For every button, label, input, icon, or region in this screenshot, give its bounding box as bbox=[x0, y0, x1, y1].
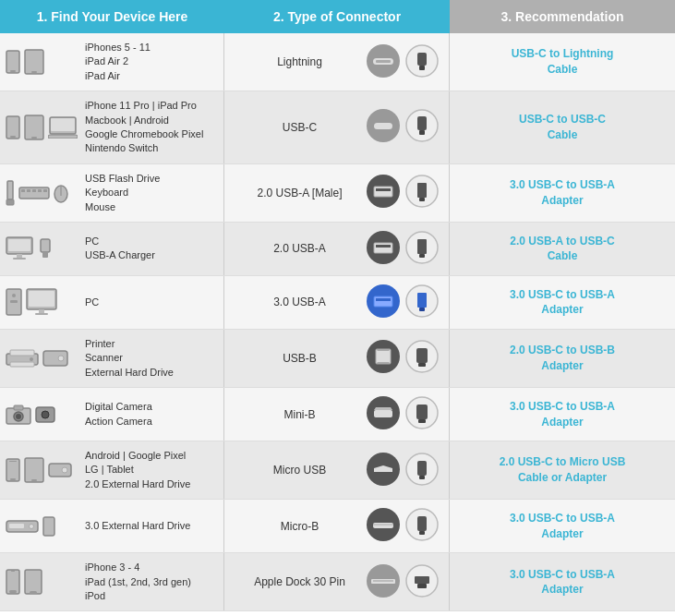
connector-column: Mini-B bbox=[224, 388, 450, 441]
recommendation-link[interactable]: 2.0 USB-A to USB-CCable bbox=[510, 234, 615, 265]
connector-label: Micro-B bbox=[234, 520, 366, 533]
svg-rect-1 bbox=[10, 70, 16, 72]
connector-images bbox=[366, 174, 440, 211]
device-icons bbox=[6, 288, 79, 316]
camera-icon bbox=[6, 405, 31, 425]
connector-plug-icon bbox=[404, 43, 440, 81]
tower-icon bbox=[6, 288, 22, 316]
connector-port-icon bbox=[366, 563, 401, 601]
recommendation-column: 3.0 USB-C to USB-AAdapter bbox=[450, 388, 675, 441]
connector-images bbox=[366, 563, 440, 601]
svg-rect-99 bbox=[419, 476, 425, 479]
device-icons bbox=[6, 236, 79, 260]
recommendation-column: 2.0 USB-C to USB-BAdapter bbox=[450, 330, 675, 387]
svg-rect-54 bbox=[29, 291, 54, 307]
connector-port-icon bbox=[366, 452, 401, 489]
recommendation-link[interactable]: 3.0 USB-C to USB-AAdapter bbox=[510, 399, 615, 430]
connector-label: 3.0 USB-A bbox=[234, 296, 366, 308]
header-recommendation: 3. Recommendation bbox=[450, 0, 675, 33]
svg-rect-8 bbox=[417, 53, 427, 66]
connector-column: Lightning bbox=[224, 33, 450, 91]
recommendation-link[interactable]: USB-C to LightningCable bbox=[512, 46, 614, 78]
svg-rect-87 bbox=[418, 419, 426, 423]
svg-rect-109 bbox=[419, 531, 425, 535]
recommendation-column: USB-C to USB-CCable bbox=[450, 91, 675, 163]
recommendation-link[interactable]: 3.0 USB-C to USB-AAdapter bbox=[510, 567, 615, 598]
svg-rect-64 bbox=[10, 350, 34, 356]
connector-images bbox=[366, 339, 440, 377]
svg-point-81 bbox=[42, 411, 49, 418]
connector-label: Lightning bbox=[234, 55, 366, 68]
svg-rect-75 bbox=[418, 363, 426, 367]
phone_android-icon bbox=[6, 458, 20, 482]
printer-icon bbox=[6, 349, 39, 368]
connector-plug-icon bbox=[404, 284, 440, 321]
svg-rect-120 bbox=[417, 584, 427, 588]
connector-images bbox=[366, 395, 440, 433]
connector-label: USB-B bbox=[234, 352, 366, 365]
svg-rect-119 bbox=[415, 576, 429, 584]
table-header: 1. Find Your Device Here 2. Type of Conn… bbox=[0, 0, 675, 33]
svg-rect-102 bbox=[9, 524, 24, 528]
svg-rect-29 bbox=[43, 189, 47, 192]
svg-rect-27 bbox=[32, 189, 36, 192]
connector-label: Apple Dock 30 Pin bbox=[234, 575, 366, 588]
svg-rect-55 bbox=[39, 309, 44, 313]
harddrive_small-icon bbox=[48, 463, 72, 477]
connector-plug-icon bbox=[404, 174, 440, 211]
tablet-icon bbox=[24, 115, 44, 140]
recommendation-link[interactable]: USB-C to USB-CCable bbox=[519, 112, 606, 143]
recommendation-link[interactable]: 3.0 USB-C to USB-AAdapter bbox=[510, 287, 615, 319]
connector-column: USB-C bbox=[224, 91, 450, 163]
connector-column: Micro USB bbox=[224, 441, 450, 499]
svg-point-68 bbox=[58, 356, 64, 361]
svg-rect-108 bbox=[417, 516, 427, 531]
connector-label: 2.0 USB-A [Male] bbox=[234, 187, 366, 199]
svg-rect-23 bbox=[6, 199, 14, 205]
usb-icon bbox=[6, 180, 15, 206]
recommendation-link[interactable]: 2.0 USB-C to Micro USBCable or Adapter bbox=[500, 454, 626, 486]
recommendation-link[interactable]: 3.0 USB-C to USB-AAdapter bbox=[510, 177, 615, 209]
device-column: PrinterScannerExternal Hard Drive bbox=[0, 330, 224, 387]
connector-images bbox=[366, 452, 440, 489]
svg-rect-103 bbox=[43, 517, 54, 536]
recommendation-link[interactable]: 2.0 USB-C to USB-BAdapter bbox=[510, 343, 615, 374]
svg-rect-88 bbox=[6, 459, 19, 481]
svg-rect-91 bbox=[25, 458, 43, 482]
connector-plug-icon bbox=[404, 452, 440, 489]
ipad_old-icon bbox=[24, 569, 42, 595]
charger-icon bbox=[37, 238, 54, 259]
svg-rect-98 bbox=[417, 461, 427, 476]
connector-port-icon bbox=[366, 395, 401, 433]
svg-rect-70 bbox=[376, 349, 391, 364]
svg-rect-114 bbox=[30, 591, 37, 594]
svg-rect-65 bbox=[10, 362, 34, 367]
svg-rect-43 bbox=[42, 252, 48, 258]
svg-rect-45 bbox=[374, 243, 392, 253]
connector-plug-icon bbox=[404, 395, 440, 433]
device-icons bbox=[6, 180, 79, 206]
recommendation-link[interactable]: 3.0 USB-C to USB-AAdapter bbox=[510, 511, 615, 542]
connector-images bbox=[366, 284, 440, 321]
svg-point-66 bbox=[30, 357, 33, 361]
device-text: PC bbox=[85, 296, 99, 309]
phone_sm-icon bbox=[42, 516, 55, 537]
connector-label: USB-C bbox=[234, 121, 366, 134]
recommendation-column: USB-C to LightningCable bbox=[450, 33, 675, 91]
device-icons bbox=[6, 115, 79, 140]
connector-column: USB-B bbox=[224, 330, 450, 387]
svg-rect-22 bbox=[7, 181, 13, 199]
svg-rect-37 bbox=[419, 198, 425, 201]
svg-rect-62 bbox=[419, 308, 425, 311]
connector-images bbox=[366, 43, 440, 81]
table-row: iPhones 5 - 11iPad Air 2iPad Air Lightni… bbox=[0, 33, 675, 91]
svg-rect-10 bbox=[6, 116, 19, 139]
svg-rect-39 bbox=[8, 239, 30, 251]
device-text: 3.0 External Hard Drive bbox=[85, 519, 190, 533]
connector-port-icon bbox=[366, 284, 401, 321]
connector-column: Apple Dock 30 Pin bbox=[224, 553, 450, 610]
svg-rect-25 bbox=[21, 189, 25, 192]
harddrive-icon bbox=[42, 350, 68, 367]
connector-column: Micro-B bbox=[224, 500, 450, 552]
action_cam-icon bbox=[35, 406, 55, 423]
